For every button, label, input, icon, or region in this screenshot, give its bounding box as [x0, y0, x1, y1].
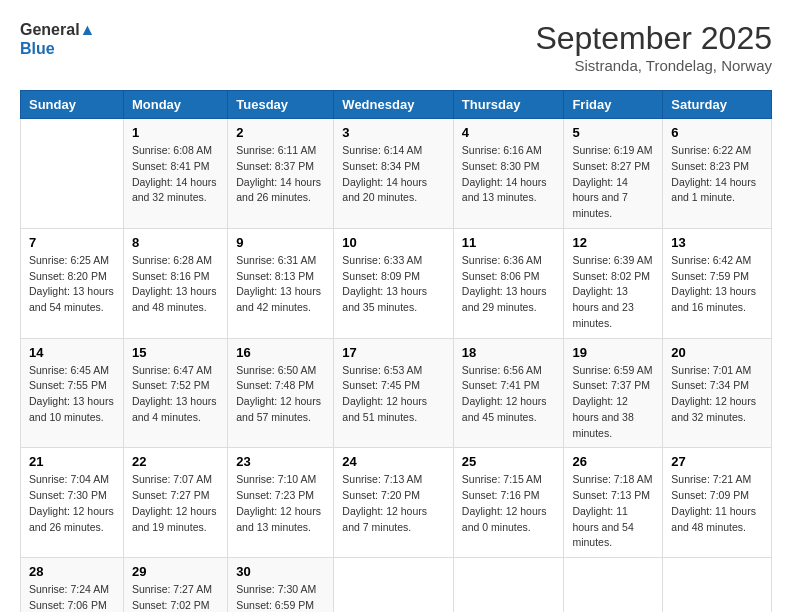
sunset: Sunset: 8:20 PM — [29, 269, 115, 285]
daylight: Daylight: 13 hours and 42 minutes. — [236, 284, 325, 316]
sunset: Sunset: 8:02 PM — [572, 269, 654, 285]
day-info: Sunrise: 6:42 AM Sunset: 7:59 PM Dayligh… — [671, 253, 763, 316]
day-number: 4 — [462, 125, 556, 140]
header-tuesday: Tuesday — [228, 91, 334, 119]
cell-week5-day3 — [334, 558, 454, 613]
daylight: Daylight: 13 hours and 4 minutes. — [132, 394, 219, 426]
cell-week1-day6: 6 Sunrise: 6:22 AM Sunset: 8:23 PM Dayli… — [663, 119, 772, 229]
daylight: Daylight: 13 hours and 54 minutes. — [29, 284, 115, 316]
daylight: Daylight: 12 hours and 26 minutes. — [29, 504, 115, 536]
cell-week1-day0 — [21, 119, 124, 229]
day-number: 21 — [29, 454, 115, 469]
day-info: Sunrise: 6:14 AM Sunset: 8:34 PM Dayligh… — [342, 143, 445, 206]
cell-week4-day3: 24 Sunrise: 7:13 AM Sunset: 7:20 PM Dayl… — [334, 448, 454, 558]
sunrise: Sunrise: 6:42 AM — [671, 253, 763, 269]
sunrise: Sunrise: 6:31 AM — [236, 253, 325, 269]
day-info: Sunrise: 6:33 AM Sunset: 8:09 PM Dayligh… — [342, 253, 445, 316]
day-info: Sunrise: 7:04 AM Sunset: 7:30 PM Dayligh… — [29, 472, 115, 535]
day-number: 16 — [236, 345, 325, 360]
cell-week3-day4: 18 Sunrise: 6:56 AM Sunset: 7:41 PM Dayl… — [453, 338, 564, 448]
day-info: Sunrise: 6:11 AM Sunset: 8:37 PM Dayligh… — [236, 143, 325, 206]
week-row-2: 7 Sunrise: 6:25 AM Sunset: 8:20 PM Dayli… — [21, 228, 772, 338]
daylight: Daylight: 12 hours and 0 minutes. — [462, 504, 556, 536]
sunrise: Sunrise: 7:10 AM — [236, 472, 325, 488]
sunrise: Sunrise: 6:08 AM — [132, 143, 219, 159]
cell-week2-day0: 7 Sunrise: 6:25 AM Sunset: 8:20 PM Dayli… — [21, 228, 124, 338]
cell-week3-day6: 20 Sunrise: 7:01 AM Sunset: 7:34 PM Dayl… — [663, 338, 772, 448]
day-info: Sunrise: 7:07 AM Sunset: 7:27 PM Dayligh… — [132, 472, 219, 535]
sunrise: Sunrise: 7:13 AM — [342, 472, 445, 488]
day-info: Sunrise: 7:24 AM Sunset: 7:06 PM Dayligh… — [29, 582, 115, 612]
daylight: Daylight: 13 hours and 23 minutes. — [572, 284, 654, 331]
day-number: 18 — [462, 345, 556, 360]
day-number: 25 — [462, 454, 556, 469]
sunrise: Sunrise: 6:28 AM — [132, 253, 219, 269]
cell-week2-day6: 13 Sunrise: 6:42 AM Sunset: 7:59 PM Dayl… — [663, 228, 772, 338]
week-row-1: 1 Sunrise: 6:08 AM Sunset: 8:41 PM Dayli… — [21, 119, 772, 229]
day-number: 28 — [29, 564, 115, 579]
daylight: Daylight: 12 hours and 13 minutes. — [236, 504, 325, 536]
daylight: Daylight: 13 hours and 48 minutes. — [132, 284, 219, 316]
cell-week1-day5: 5 Sunrise: 6:19 AM Sunset: 8:27 PM Dayli… — [564, 119, 663, 229]
week-row-3: 14 Sunrise: 6:45 AM Sunset: 7:55 PM Dayl… — [21, 338, 772, 448]
cell-week2-day3: 10 Sunrise: 6:33 AM Sunset: 8:09 PM Dayl… — [334, 228, 454, 338]
day-number: 23 — [236, 454, 325, 469]
sunrise: Sunrise: 7:18 AM — [572, 472, 654, 488]
day-number: 7 — [29, 235, 115, 250]
sunset: Sunset: 8:41 PM — [132, 159, 219, 175]
sunset: Sunset: 7:16 PM — [462, 488, 556, 504]
header-friday: Friday — [564, 91, 663, 119]
day-info: Sunrise: 7:21 AM Sunset: 7:09 PM Dayligh… — [671, 472, 763, 535]
cell-week3-day5: 19 Sunrise: 6:59 AM Sunset: 7:37 PM Dayl… — [564, 338, 663, 448]
day-info: Sunrise: 6:08 AM Sunset: 8:41 PM Dayligh… — [132, 143, 219, 206]
sunrise: Sunrise: 6:56 AM — [462, 363, 556, 379]
day-info: Sunrise: 7:18 AM Sunset: 7:13 PM Dayligh… — [572, 472, 654, 551]
sunset: Sunset: 7:13 PM — [572, 488, 654, 504]
sunrise: Sunrise: 6:45 AM — [29, 363, 115, 379]
days-header-row: Sunday Monday Tuesday Wednesday Thursday… — [21, 91, 772, 119]
sunset: Sunset: 7:52 PM — [132, 378, 219, 394]
day-number: 2 — [236, 125, 325, 140]
sunrise: Sunrise: 6:47 AM — [132, 363, 219, 379]
day-info: Sunrise: 6:47 AM Sunset: 7:52 PM Dayligh… — [132, 363, 219, 426]
daylight: Daylight: 11 hours and 54 minutes. — [572, 504, 654, 551]
day-info: Sunrise: 6:59 AM Sunset: 7:37 PM Dayligh… — [572, 363, 654, 442]
day-number: 15 — [132, 345, 219, 360]
cell-week5-day5 — [564, 558, 663, 613]
cell-week1-day4: 4 Sunrise: 6:16 AM Sunset: 8:30 PM Dayli… — [453, 119, 564, 229]
sunset: Sunset: 7:59 PM — [671, 269, 763, 285]
sunset: Sunset: 7:45 PM — [342, 378, 445, 394]
daylight: Daylight: 13 hours and 16 minutes. — [671, 284, 763, 316]
cell-week3-day3: 17 Sunrise: 6:53 AM Sunset: 7:45 PM Dayl… — [334, 338, 454, 448]
sunrise: Sunrise: 7:21 AM — [671, 472, 763, 488]
cell-week4-day1: 22 Sunrise: 7:07 AM Sunset: 7:27 PM Dayl… — [123, 448, 227, 558]
header-thursday: Thursday — [453, 91, 564, 119]
header-sunday: Sunday — [21, 91, 124, 119]
day-number: 3 — [342, 125, 445, 140]
cell-week2-day4: 11 Sunrise: 6:36 AM Sunset: 8:06 PM Dayl… — [453, 228, 564, 338]
sunrise: Sunrise: 7:30 AM — [236, 582, 325, 598]
page-title: September 2025 — [535, 20, 772, 57]
day-number: 27 — [671, 454, 763, 469]
cell-week5-day1: 29 Sunrise: 7:27 AM Sunset: 7:02 PM Dayl… — [123, 558, 227, 613]
day-info: Sunrise: 6:56 AM Sunset: 7:41 PM Dayligh… — [462, 363, 556, 426]
cell-week5-day6 — [663, 558, 772, 613]
cell-week5-day0: 28 Sunrise: 7:24 AM Sunset: 7:06 PM Dayl… — [21, 558, 124, 613]
sunset: Sunset: 8:13 PM — [236, 269, 325, 285]
cell-week5-day4 — [453, 558, 564, 613]
sunrise: Sunrise: 6:19 AM — [572, 143, 654, 159]
day-number: 17 — [342, 345, 445, 360]
cell-week2-day1: 8 Sunrise: 6:28 AM Sunset: 8:16 PM Dayli… — [123, 228, 227, 338]
day-info: Sunrise: 6:22 AM Sunset: 8:23 PM Dayligh… — [671, 143, 763, 206]
sunset: Sunset: 7:23 PM — [236, 488, 325, 504]
day-info: Sunrise: 7:13 AM Sunset: 7:20 PM Dayligh… — [342, 472, 445, 535]
daylight: Daylight: 12 hours and 19 minutes. — [132, 504, 219, 536]
day-info: Sunrise: 6:45 AM Sunset: 7:55 PM Dayligh… — [29, 363, 115, 426]
day-info: Sunrise: 6:28 AM Sunset: 8:16 PM Dayligh… — [132, 253, 219, 316]
daylight: Daylight: 12 hours and 45 minutes. — [462, 394, 556, 426]
day-number: 5 — [572, 125, 654, 140]
daylight: Daylight: 12 hours and 7 minutes. — [342, 504, 445, 536]
day-number: 12 — [572, 235, 654, 250]
day-number: 6 — [671, 125, 763, 140]
day-number: 10 — [342, 235, 445, 250]
